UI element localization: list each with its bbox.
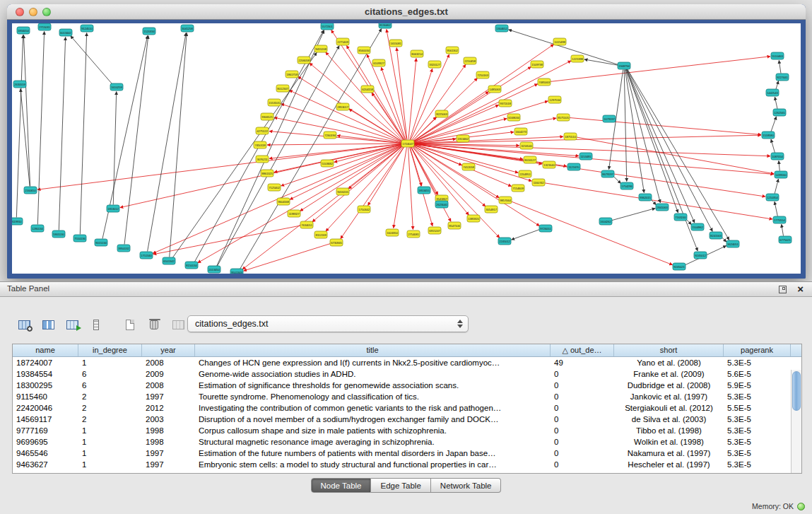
graph-node[interactable]: 1853012 [107, 205, 119, 212]
graph-node[interactable]: 9604168 [277, 198, 290, 205]
graph-node[interactable]: 5103682 [321, 160, 334, 167]
graph-edge[interactable] [775, 179, 778, 194]
graph-edge[interactable] [512, 230, 540, 240]
graph-edge[interactable] [217, 30, 324, 266]
graph-node[interactable]: 9306521 [261, 113, 273, 120]
graph-node[interactable]: 6501342 [163, 257, 175, 264]
graph-node[interactable]: 2630559 [13, 81, 26, 88]
graph-node[interactable]: 2204951 [519, 170, 531, 177]
window-titlebar[interactable]: citations_edges.txt [7, 4, 806, 20]
graph-node[interactable]: 7412058 [462, 163, 475, 170]
graph-node[interactable]: 1385920 [467, 215, 480, 222]
graph-edge[interactable] [775, 97, 777, 109]
graph-node[interactable]: 8016127 [524, 156, 536, 163]
graph-node[interactable]: 1442543 [766, 89, 779, 96]
graph-node[interactable]: 1121670 [567, 163, 580, 170]
graph-node[interactable]: 1861759 [286, 71, 298, 78]
table-row[interactable]: 969969511998Structural magnetic resonanc… [13, 436, 791, 448]
graph-edge[interactable] [170, 33, 187, 257]
graph-edge[interactable] [779, 160, 779, 170]
graph-edge[interactable] [624, 69, 627, 181]
graph-node[interactable]: 9362015 [639, 194, 652, 201]
close-panel-icon[interactable]: × [797, 283, 804, 296]
graph-node[interactable]: 6204158 [361, 86, 374, 93]
graph-edge[interactable] [413, 91, 489, 141]
graph-node[interactable]: 5905130 [52, 230, 65, 238]
tab-network-table[interactable]: Network Table [431, 478, 502, 493]
graph-node[interactable]: 9227441 [776, 74, 789, 81]
graph-node[interactable]: 7154609 [512, 185, 524, 192]
graph-node[interactable]: 8679197 [601, 170, 614, 177]
graph-edge[interactable] [113, 91, 116, 204]
graph-edge[interactable] [545, 183, 772, 219]
graph-node[interactable]: 6730945 [330, 239, 343, 246]
graph-node[interactable]: 1750342 [358, 206, 370, 213]
graph-node[interactable]: 9245012 [694, 252, 707, 259]
graph-node[interactable]: 6168034 [507, 114, 520, 121]
graph-node[interactable]: 8241563 [710, 232, 722, 239]
graph-node[interactable]: 2160650 [24, 187, 37, 194]
column-header-title[interactable]: title [195, 344, 551, 356]
column-header-short[interactable]: short [614, 344, 724, 356]
graph-edge[interactable] [172, 52, 317, 257]
table-row[interactable]: 946554611997Estimation of the future num… [13, 448, 791, 459]
graph-node[interactable]: 1087054 [771, 153, 784, 160]
graph-edge[interactable] [326, 52, 404, 141]
graph-node[interactable]: 2210458 [464, 57, 476, 64]
graph-edge[interactable] [414, 145, 532, 182]
graph-edge[interactable] [59, 37, 65, 230]
graph-edge[interactable] [414, 144, 579, 156]
graph-node[interactable]: 1153491 [579, 153, 592, 160]
graph-node[interactable]: 1509738 [531, 61, 543, 68]
graph-node[interactable]: 2271409 [336, 38, 349, 45]
graph-node[interactable]: 9245021 [673, 263, 686, 270]
graph-node[interactable]: 1504962 [691, 223, 704, 230]
create-column-icon[interactable] [62, 315, 82, 334]
tab-node-table[interactable]: Node Table [311, 478, 372, 493]
graph-node[interactable]: 1160742 [532, 179, 545, 186]
graph-node[interactable]: 7634051 [300, 221, 313, 228]
network-canvas[interactable]: 1724047220605818617598012347155310593065… [12, 23, 801, 274]
graph-edge[interactable] [274, 117, 401, 143]
graph-edge[interactable] [408, 58, 416, 139]
graph-node[interactable]: 1262565 [773, 109, 786, 116]
column-header-out_degree[interactable]: △ out_de… [551, 344, 614, 356]
graph-node[interactable]: 7125402 [268, 184, 281, 191]
import-table-icon[interactable] [168, 315, 188, 334]
graph-edge[interactable] [244, 244, 331, 271]
graph-node[interactable]: 1948794 [618, 62, 630, 69]
float-panel-icon[interactable] [779, 286, 787, 293]
graph-edge[interactable] [413, 146, 486, 206]
graph-node[interactable]: 8861325 [261, 170, 273, 177]
graph-edge[interactable] [771, 139, 775, 153]
graph-node[interactable]: 3054917 [485, 206, 498, 213]
graph-edge[interactable] [626, 69, 698, 251]
window-zoom-button[interactable] [42, 8, 51, 16]
tab-edge-table[interactable]: Edge Table [371, 478, 430, 493]
table-row[interactable]: 977716911998Corpus callosum shape and si… [13, 425, 791, 436]
graph-node[interactable]: 1770554 [773, 216, 786, 223]
show-columns-icon[interactable] [38, 315, 58, 334]
graph-edge[interactable] [124, 35, 148, 244]
graph-edge[interactable] [577, 137, 774, 174]
graph-edge[interactable] [20, 88, 30, 186]
graph-edge[interactable] [410, 147, 422, 186]
graph-node[interactable]: 2623040 [435, 201, 448, 208]
graph-node[interactable]: 1754296 [620, 182, 633, 189]
graph-node[interactable]: 3076211 [256, 156, 269, 163]
graph-edge[interactable] [509, 30, 618, 64]
graph-node[interactable]: 1624350 [386, 229, 399, 236]
graph-edge[interactable] [148, 33, 187, 251]
network-graph[interactable]: 1724047220605818617598012347155310593065… [12, 23, 801, 274]
graph-edge[interactable] [776, 81, 779, 89]
graph-node[interactable]: 1604273 [514, 128, 527, 135]
graph-node[interactable]: 1913462 [457, 135, 469, 142]
column-header-name[interactable]: name [13, 344, 78, 356]
graph-node[interactable]: 8012347 [276, 85, 289, 92]
graph-node[interactable]: 1485063 [488, 86, 501, 93]
graph-edge[interactable] [408, 147, 413, 229]
table-row[interactable]: 1830029562008Estimation of significance … [13, 380, 791, 391]
graph-node[interactable]: 1210354 [766, 194, 779, 201]
graph-node[interactable]: 1559580 [762, 132, 775, 139]
graph-edge[interactable] [153, 226, 300, 255]
